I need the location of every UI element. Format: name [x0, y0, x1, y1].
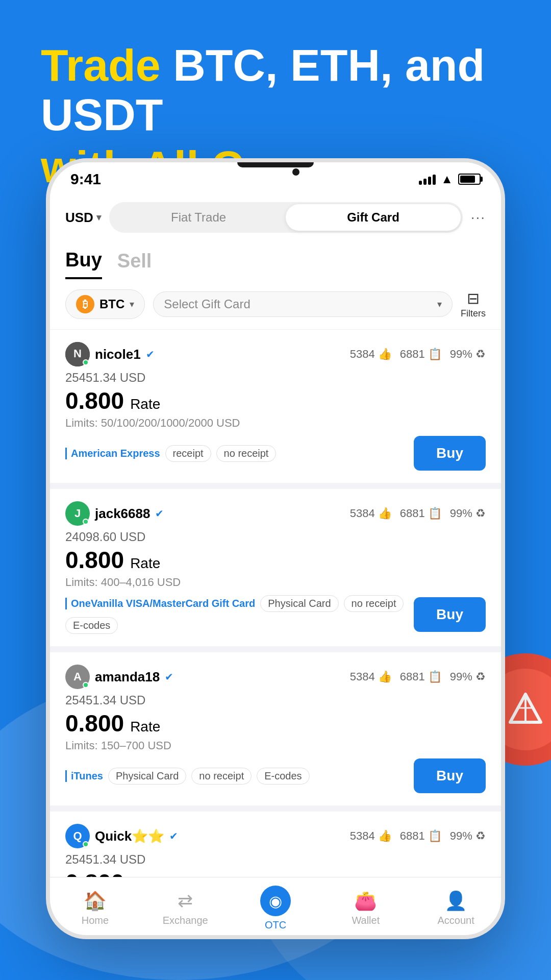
sell-button[interactable]: Sell: [117, 250, 152, 278]
copy-count: 6881 📋: [400, 507, 442, 520]
rate-label: Rate: [130, 396, 160, 412]
tab-gift-card[interactable]: Gift Card: [286, 204, 460, 231]
listings-container: N nicole1 ✔ 5384 👍 6881 📋 99% ♻ 25451.34…: [50, 330, 501, 877]
top-nav: USD ▾ Fiat Trade Gift Card ···: [50, 192, 501, 241]
listing-amount: 24098.60 USD: [65, 530, 486, 544]
otc-icon-circle: ◉: [260, 886, 291, 916]
tag-no-receipt: no receipt: [216, 445, 277, 462]
crypto-chevron-icon: ▾: [130, 299, 134, 310]
user-info: A amanda18 ✔: [65, 665, 173, 689]
listing-limits: Limits: 50/100/200/1000/2000 USD: [65, 416, 486, 430]
nav-label-exchange: Exchange: [163, 915, 208, 926]
success-rate: 99% ♻: [450, 829, 486, 843]
listing-stats: 5384 👍 6881 📋 99% ♻: [350, 507, 486, 520]
payment-method: OneVanilla VISA/MasterCard Gift Card: [65, 598, 255, 609]
username: nicole1: [95, 347, 141, 362]
thumbs-up-count: 5384 👍: [350, 507, 392, 520]
signal-icon: [419, 174, 436, 185]
tab-fiat-trade[interactable]: Fiat Trade: [111, 204, 286, 231]
listing-stats: 5384 👍 6881 📋 99% ♻: [350, 829, 486, 843]
crypto-selector[interactable]: ₿ BTC ▾: [65, 289, 145, 319]
avatar: J: [65, 501, 90, 526]
listing-stats: 5384 👍 6881 📋 99% ♻: [350, 670, 486, 683]
phone-content: USD ▾ Fiat Trade Gift Card ··· Buy Sell …: [50, 192, 501, 935]
listing-tags: American Express receipt no receipt: [65, 445, 414, 462]
buy-action-button[interactable]: Buy: [414, 758, 486, 793]
filter-label: Filters: [461, 308, 486, 319]
wallet-icon: 👛: [354, 890, 377, 912]
listing-header: A amanda18 ✔ 5384 👍 6881 📋 99% ♻: [65, 665, 486, 689]
listing-bottom: iTunes Physical Card no receipt E-codes …: [65, 758, 486, 793]
success-rate: 99% ♻: [450, 348, 486, 361]
listing-rate: 0.800: [65, 709, 124, 737]
listing-rate-row: 0.800 Rate: [65, 869, 486, 877]
buy-sell-toggle: Buy Sell: [50, 241, 501, 279]
buy-action-button[interactable]: Buy: [414, 597, 486, 632]
tab-group: Fiat Trade Gift Card: [109, 202, 463, 233]
listing-header: N nicole1 ✔ 5384 👍 6881 📋 99% ♻: [65, 342, 486, 366]
tag-no-receipt: no receipt: [191, 768, 252, 785]
nav-item-otc[interactable]: ◉ OTC: [231, 886, 321, 931]
status-time: 9:41: [70, 170, 101, 188]
listing-rate: 0.800: [65, 546, 124, 574]
gift-card-selector[interactable]: Select Gift Card ▾: [153, 291, 453, 317]
listing-stats: 5384 👍 6881 📋 99% ♻: [350, 348, 486, 361]
listing-amount: 25451.34 USD: [65, 693, 486, 707]
home-icon: 🏠: [84, 890, 107, 912]
verified-badge: ✔: [165, 671, 173, 683]
bottom-nav: 🏠 Home ⇄ Exchange ◉ OTC 👛 Wallet 👤 Accou…: [50, 877, 501, 935]
listing-tags: OneVanilla VISA/MasterCard Gift Card Phy…: [65, 595, 414, 634]
listing-tags: iTunes Physical Card no receipt E-codes: [65, 768, 414, 785]
exchange-icon: ⇄: [178, 890, 193, 912]
tag-physical-card: Physical Card: [108, 768, 186, 785]
buy-action-button[interactable]: Buy: [414, 436, 486, 471]
listing-item: Q Quick⭐⭐ ✔ 5384 👍 6881 📋 99% ♻ 25451.34…: [50, 812, 501, 877]
avatar: A: [65, 665, 90, 689]
buy-button[interactable]: Buy: [65, 249, 102, 279]
copy-count: 6881 📋: [400, 829, 442, 843]
crypto-name: BTC: [99, 297, 124, 311]
nav-item-home[interactable]: 🏠 Home: [50, 890, 140, 926]
filter-button[interactable]: ⊟ Filters: [461, 289, 486, 319]
verified-badge: ✔: [155, 507, 164, 520]
payment-method: iTunes: [65, 770, 103, 782]
online-indicator: [83, 841, 89, 847]
account-icon: 👤: [444, 890, 467, 912]
listing-header: J jack6688 ✔ 5384 👍 6881 📋 99% ♻: [65, 501, 486, 526]
user-info: Q Quick⭐⭐ ✔: [65, 824, 178, 848]
nav-item-wallet[interactable]: 👛 Wallet: [320, 890, 411, 926]
gift-card-chevron-icon: ▾: [437, 299, 442, 310]
listing-limits: Limits: 150–700 USD: [65, 739, 486, 752]
tag-physical-card: Physical Card: [260, 595, 338, 612]
thumbs-up-count: 5384 👍: [350, 829, 392, 843]
rate-label: Rate: [130, 719, 160, 735]
gift-card-placeholder: Select Gift Card: [164, 297, 250, 311]
listing-rate: 0.800: [65, 869, 124, 877]
payment-method: American Express: [65, 448, 160, 459]
listing-rate-row: 0.800 Rate: [65, 546, 486, 574]
battery-icon: [458, 174, 481, 185]
listing-item: A amanda18 ✔ 5384 👍 6881 📋 99% ♻ 25451.3…: [50, 652, 501, 805]
online-indicator: [83, 682, 89, 688]
phone-mockup: 9:41 ▲ USD ▾ Fiat Trade Gift Card: [46, 158, 505, 939]
chevron-down-icon: ▾: [96, 212, 101, 223]
nav-label-otc: OTC: [265, 919, 286, 931]
user-info: J jack6688 ✔: [65, 501, 164, 526]
nav-item-account[interactable]: 👤 Account: [411, 890, 501, 926]
thumbs-up-count: 5384 👍: [350, 348, 392, 361]
username: jack6688: [95, 506, 150, 522]
online-indicator: [83, 359, 89, 365]
nav-label-home: Home: [82, 915, 109, 926]
more-menu-button[interactable]: ···: [471, 209, 486, 226]
tag-no-receipt: no receipt: [344, 595, 404, 612]
hero-trade-text: Trade: [41, 40, 161, 90]
verified-badge: ✔: [146, 348, 155, 360]
listing-bottom: OneVanilla VISA/MasterCard Gift Card Phy…: [65, 595, 486, 634]
currency-selector[interactable]: USD ▾: [65, 210, 101, 226]
listing-rate: 0.800: [65, 387, 124, 414]
listing-bottom: American Express receipt no receipt Buy: [65, 436, 486, 471]
listing-rate-row: 0.800 Rate: [65, 709, 486, 737]
nav-item-exchange[interactable]: ⇄ Exchange: [140, 890, 231, 926]
nav-label-account: Account: [437, 915, 474, 926]
username: amanda18: [95, 669, 160, 685]
